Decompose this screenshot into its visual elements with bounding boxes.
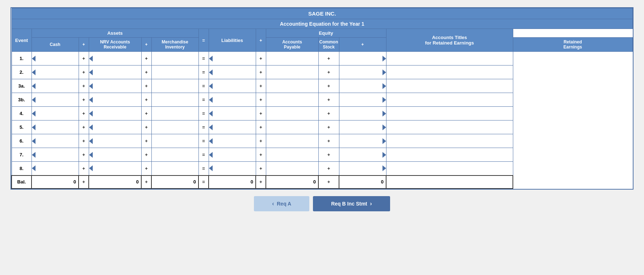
bal-cs-cell[interactable]: [266, 175, 318, 189]
merch-input-8[interactable]: [152, 162, 198, 175]
bal-re-input[interactable]: [339, 176, 386, 188]
cash-input-8[interactable]: [32, 162, 79, 175]
cs-input-7[interactable]: [266, 148, 318, 161]
nrv-input-1[interactable]: [89, 52, 141, 65]
cash-input-4[interactable]: [32, 107, 79, 120]
cash-cell-1[interactable]: [32, 52, 79, 65]
acct-title-input-2[interactable]: [386, 65, 513, 79]
ap-input-3a[interactable]: [209, 79, 256, 93]
bal-cs-input[interactable]: [266, 176, 318, 188]
bal-label: Bal.: [12, 175, 32, 189]
bal-cash-input[interactable]: [32, 176, 78, 188]
cash-input-2[interactable]: [32, 65, 79, 79]
ap-input-3b[interactable]: [209, 93, 256, 106]
cs-input-3a[interactable]: [266, 79, 318, 93]
arrow-left-icon: [209, 69, 213, 75]
acct-title-input-1[interactable]: [386, 52, 513, 65]
cash-input-7[interactable]: [32, 148, 79, 161]
req-b-button[interactable]: Req B Inc Stmt ›: [313, 196, 390, 211]
cash-input-5[interactable]: [32, 120, 79, 134]
nrv-cell-2[interactable]: [89, 65, 141, 79]
cash-input-3a[interactable]: [32, 79, 79, 93]
merch-input-1[interactable]: [152, 52, 198, 65]
merch-input-3a[interactable]: [152, 79, 198, 93]
req-a-button[interactable]: ‹ Req A: [254, 196, 309, 211]
re-input-7[interactable]: [339, 148, 386, 161]
acct-title-input-5[interactable]: [386, 120, 513, 134]
nrv-input-2[interactable]: [89, 65, 141, 79]
cash-cell-2[interactable]: [32, 65, 79, 79]
ap-cell-1[interactable]: [209, 52, 256, 65]
cash-input-3b[interactable]: [32, 93, 79, 106]
cs-input-2[interactable]: [266, 65, 318, 79]
bal-merch-cell[interactable]: [151, 175, 198, 189]
cs-cell-1[interactable]: [266, 52, 318, 65]
acct-title-input-6[interactable]: [386, 134, 513, 148]
cash-input-1[interactable]: [32, 52, 79, 65]
cs-input-1[interactable]: [266, 52, 318, 65]
acct-title-input-8[interactable]: [386, 162, 513, 175]
re-input-8[interactable]: [339, 162, 386, 175]
nrv-input-7[interactable]: [89, 148, 141, 161]
re-input-6[interactable]: [339, 134, 386, 148]
re-input-1[interactable]: [339, 52, 386, 65]
acct-title-input-7[interactable]: [386, 148, 513, 161]
bal-nrv-cell[interactable]: [89, 175, 141, 189]
nrv-input-3b[interactable]: [89, 93, 141, 106]
arrow-left-icon: [89, 111, 93, 117]
table-row: 8. + + = + +: [12, 162, 633, 175]
merch-input-4[interactable]: [152, 107, 198, 120]
re-input-4[interactable]: [339, 107, 386, 120]
bal-merch-input[interactable]: [152, 176, 198, 188]
bal-nrv-input[interactable]: [89, 176, 141, 188]
assets-header: Assets: [32, 29, 198, 38]
ap-input-1[interactable]: [209, 52, 256, 65]
nrv-input-5[interactable]: [89, 120, 141, 134]
re-cell-1[interactable]: [339, 52, 386, 65]
table-row: 3a. + + = + +: [12, 79, 633, 93]
req-a-label: Req A: [277, 201, 291, 207]
cs-input-8[interactable]: [266, 162, 318, 175]
acct-title-input-3b[interactable]: [386, 93, 513, 106]
acct-title-input-3a[interactable]: [386, 79, 513, 93]
cs-input-6[interactable]: [266, 134, 318, 148]
cs-input-3b[interactable]: [266, 93, 318, 106]
ap-input-2[interactable]: [209, 65, 256, 79]
merch-input-2[interactable]: [152, 65, 198, 79]
plus2-header: +: [141, 38, 151, 52]
re-input-3b[interactable]: [339, 93, 386, 106]
ap-input-6[interactable]: [209, 134, 256, 148]
merch-cell-1[interactable]: [151, 52, 198, 65]
nrv-input-4[interactable]: [89, 107, 141, 120]
bal-re-cell[interactable]: [339, 175, 386, 189]
nrv-cell-1[interactable]: [89, 52, 141, 65]
acct-title-cell-2[interactable]: [386, 65, 513, 79]
cs-input-5[interactable]: [266, 120, 318, 134]
ap-input-7[interactable]: [209, 148, 256, 161]
acct-title-input-4[interactable]: [386, 107, 513, 120]
ap-input-4[interactable]: [209, 107, 256, 120]
nrv-input-8[interactable]: [89, 162, 141, 175]
cash-input-6[interactable]: [32, 134, 79, 148]
re-input-5[interactable]: [339, 120, 386, 134]
re-input-3a[interactable]: [339, 79, 386, 93]
cs-cell-2[interactable]: [266, 65, 318, 79]
merch-cell-2[interactable]: [151, 65, 198, 79]
acct-title-cell-1[interactable]: [386, 52, 513, 65]
ap-input-5[interactable]: [209, 120, 256, 134]
merch-input-6[interactable]: [152, 134, 198, 148]
nrv-input-3a[interactable]: [89, 79, 141, 93]
bal-ap-cell[interactable]: [209, 175, 256, 189]
re-input-2[interactable]: [339, 65, 386, 79]
bal-ap-input[interactable]: [209, 176, 255, 188]
ap-cell-2[interactable]: [209, 65, 256, 79]
merch-input-7[interactable]: [152, 148, 198, 161]
merch-input-5[interactable]: [152, 120, 198, 134]
bal-cash-cell[interactable]: [32, 175, 79, 189]
event-label: 8.: [12, 162, 32, 175]
cs-input-4[interactable]: [266, 107, 318, 120]
ap-input-8[interactable]: [209, 162, 256, 175]
nrv-input-6[interactable]: [89, 134, 141, 148]
merch-input-3b[interactable]: [152, 93, 198, 106]
re-cell-2[interactable]: [339, 65, 386, 79]
